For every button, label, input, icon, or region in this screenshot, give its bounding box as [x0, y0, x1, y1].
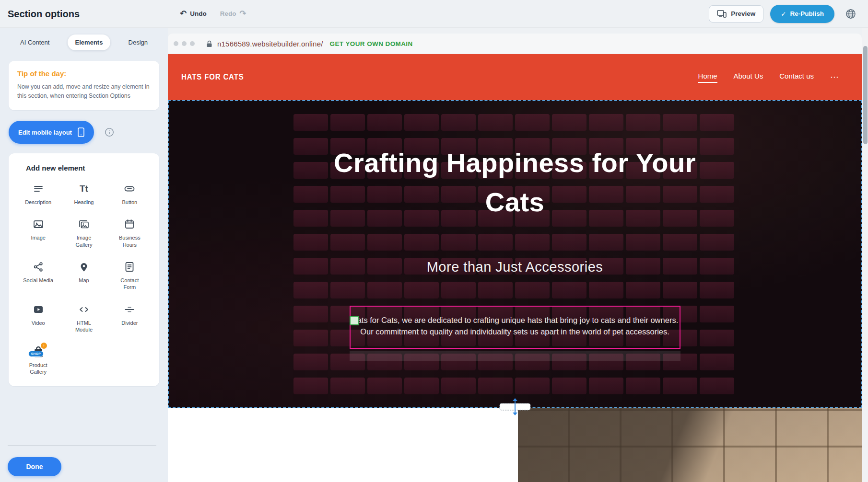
redo-button[interactable]: Redo ↷ — [220, 10, 246, 18]
next-section — [168, 408, 862, 482]
globe-icon — [845, 8, 856, 20]
sidebar: AI Content Elements Design Tip of the da… — [0, 28, 168, 482]
business-hours-icon — [124, 217, 135, 231]
shop-badge: SHOP — [28, 351, 44, 357]
preview-label: Preview — [731, 10, 755, 17]
undo-label: Undo — [190, 10, 207, 17]
element-button[interactable]: Button — [107, 180, 152, 207]
element-description[interactable]: Description — [15, 180, 61, 207]
text-highlight-strip — [350, 351, 680, 361]
element-social-media[interactable]: Social Media — [15, 258, 61, 293]
site-header[interactable]: HATS FOR CATS Home About Us Contact us ⋯ — [168, 54, 862, 100]
window-controls — [174, 41, 195, 46]
page-title: Section options — [8, 8, 80, 19]
next-section-left — [168, 408, 518, 482]
site-logo[interactable]: HATS FOR CATS — [181, 72, 244, 82]
scrollbar-thumb[interactable] — [863, 46, 868, 144]
redo-icon: ↷ — [240, 10, 246, 18]
edit-mobile-layout-button[interactable]: Edit mobile layout — [9, 121, 94, 144]
tip-heading: Tip of the day: — [17, 69, 151, 78]
topbar: Section options ↶ Undo Redo ↷ Preview ✓ … — [0, 0, 868, 28]
devices-icon — [717, 10, 727, 18]
image-icon — [33, 217, 44, 231]
element-drag-handle[interactable] — [350, 316, 359, 325]
info-button[interactable] — [105, 127, 114, 137]
html-module-icon — [78, 302, 90, 317]
undo-redo-group: ↶ Undo Redo ↷ — [180, 0, 246, 27]
window-dot — [174, 41, 178, 46]
tab-ai-content[interactable]: AI Content — [12, 34, 57, 50]
done-button[interactable]: Done — [8, 457, 61, 476]
hero-body-line-2: Our commitment to quality and individual… — [351, 326, 680, 338]
tip-body: Now you can add, move and resize any ele… — [17, 82, 151, 101]
window-dot — [182, 41, 187, 46]
editor-canvas: n1566589.websitebuilder.online/ GET YOUR… — [168, 28, 862, 482]
republish-button[interactable]: ✓ Re-Publish — [770, 5, 834, 23]
element-grid: Description Tt Heading Button — [15, 180, 152, 378]
republish-label: Re-Publish — [790, 10, 824, 17]
info-icon — [105, 127, 114, 137]
tip-of-the-day-card: Tip of the day: Now you can add, move an… — [9, 61, 159, 110]
topbar-actions: Preview ✓ Re-Publish — [709, 0, 860, 27]
tab-design[interactable]: Design — [121, 34, 155, 50]
divider-icon — [124, 302, 135, 317]
hero-subheading[interactable]: More than Just Accessories — [427, 259, 603, 275]
preview-button[interactable]: Preview — [709, 5, 763, 23]
description-icon — [33, 182, 44, 196]
image-gallery-icon — [78, 217, 90, 231]
window-dot — [190, 41, 195, 46]
element-video[interactable]: Video — [15, 300, 61, 335]
browser-bar: n1566589.websitebuilder.online/ GET YOUR… — [168, 34, 862, 54]
site-url: n1566589.websitebuilder.online/ — [217, 40, 323, 48]
undo-icon: ↶ — [180, 10, 187, 18]
map-icon — [78, 260, 90, 274]
hero-section-selected[interactable]: Crafting Happiness for Your Cats More th… — [168, 100, 862, 408]
nav-contact-us[interactable]: Contact us — [779, 72, 814, 83]
element-business-hours[interactable]: Business Hours — [107, 215, 152, 250]
nav-home[interactable]: Home — [698, 72, 717, 83]
upgrade-badge-icon: ↑ — [41, 343, 47, 349]
nav-about-us[interactable]: About Us — [734, 72, 763, 83]
video-icon — [33, 302, 44, 317]
nav-more-icon[interactable]: ⋯ — [830, 72, 840, 82]
element-product-gallery[interactable]: SHOP ↑ Product Gallery — [15, 343, 61, 378]
hero-text-element-selected[interactable]: Hats for Cats, we are dedicated to craft… — [350, 306, 680, 349]
button-icon — [124, 182, 135, 196]
element-image[interactable]: Image — [15, 215, 61, 250]
lock-icon — [206, 40, 212, 47]
contact-form-icon — [124, 260, 135, 274]
add-element-title: Add new element — [26, 164, 152, 172]
heading-icon: Tt — [80, 182, 88, 196]
hero-heading[interactable]: Crafting Happiness for Your Cats — [326, 143, 704, 222]
tab-elements[interactable]: Elements — [68, 34, 111, 50]
hero-body-line-1: Hats for Cats, we are dedicated to craft… — [351, 315, 680, 326]
element-image-gallery[interactable]: Image Gallery — [61, 215, 106, 250]
social-media-icon — [33, 260, 44, 274]
page-scrollbar — [862, 28, 868, 482]
element-html-module[interactable]: HTML Module — [61, 300, 106, 335]
sidebar-divider — [8, 445, 156, 446]
section-resize-handle[interactable] — [491, 398, 539, 415]
element-heading[interactable]: Tt Heading — [61, 180, 106, 207]
phone-icon — [78, 127, 84, 137]
element-map[interactable]: Map — [61, 258, 106, 293]
redo-label: Redo — [220, 10, 236, 17]
next-section-photo[interactable] — [518, 408, 862, 482]
site-preview: HATS FOR CATS Home About Us Contact us ⋯… — [168, 54, 862, 482]
mobile-layout-row: Edit mobile layout — [9, 121, 159, 144]
element-contact-form[interactable]: Contact Form — [107, 258, 152, 293]
language-globe-button[interactable] — [841, 4, 860, 23]
add-new-element-card: Add new element Description Tt Heading — [9, 153, 159, 386]
product-gallery-icon: SHOP ↑ — [31, 344, 46, 359]
check-icon: ✓ — [781, 10, 786, 18]
site-nav: Home About Us Contact us ⋯ — [698, 54, 840, 100]
undo-button[interactable]: ↶ Undo — [180, 10, 207, 18]
sidebar-tabs: AI Content Elements Design — [0, 28, 168, 50]
get-domain-link[interactable]: GET YOUR OWN DOMAIN — [330, 40, 413, 47]
edit-mobile-label: Edit mobile layout — [18, 129, 72, 136]
element-divider[interactable]: Divider — [107, 300, 152, 335]
